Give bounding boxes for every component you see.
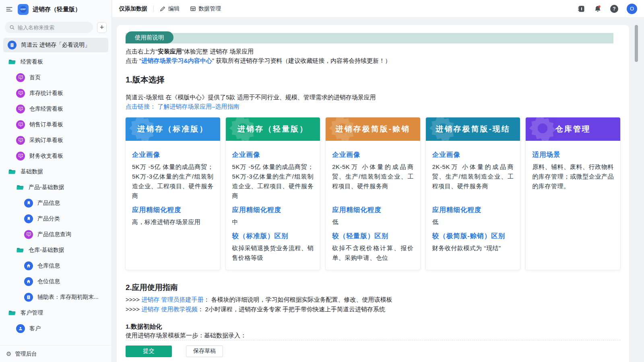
pencil-icon (160, 6, 166, 12)
gear-watermark-icon (126, 117, 159, 141)
gear-watermark-icon (427, 117, 459, 141)
edit-label: 编辑 (168, 5, 180, 12)
hamburger-menu-icon[interactable] (5, 5, 14, 14)
sidebar-item[interactable]: 客户 (0, 321, 111, 336)
gear-watermark-icon (326, 117, 359, 141)
main-area: 使用前说明 点击右上方“安装应用”体验完整 进销存 场景应用 点击 “进销存场景… (112, 18, 644, 362)
admin-backend-button[interactable]: ⚙ 管理后台 (0, 345, 111, 362)
sidebar-item[interactable]: 产品信息查询 (0, 226, 111, 242)
dashboard-icon (16, 136, 25, 145)
card-standard: 进销存（标准版） 企业画像 5K万 -5亿 体量的成品商贸；5K万-3亿体量的生… (126, 117, 220, 270)
sidebar-folder[interactable]: 基础数据 (0, 164, 111, 179)
sidebar-item-label: 库存统计看板 (29, 90, 63, 97)
submit-button[interactable]: 提交 (126, 346, 172, 357)
divider (153, 6, 154, 12)
sidebar-item[interactable]: 仓位信息 (0, 274, 111, 289)
sidebar-folder[interactable]: 产品-基础数据 (0, 179, 111, 195)
sidebar-folder[interactable]: 仓库-基础数据 (0, 242, 111, 258)
save-draft-button[interactable]: 保存草稿 (186, 346, 223, 357)
sidebar-item[interactable]: 采购订单看板 (0, 132, 111, 148)
version-cards: 进销存（标准版） 企业画像 5K万 -5亿 体量的成品商贸；5K万-3亿体量的生… (126, 117, 620, 270)
card-header: 进销存（轻量版） (226, 117, 320, 141)
search-input[interactable] (18, 25, 89, 31)
tutorial-video-link[interactable]: 进销存 使用教学视频 (141, 306, 197, 313)
section1-desc: 简道云-场景组 在《模版中心》提供了5款 适用于不同行业、规模、管理需求的进销存… (126, 93, 620, 102)
card-section-text: 2K-5K万 小体量的成品商贸、生产/组装制造企业、工程项目、硬件服务商 (332, 162, 414, 191)
sidebar-item[interactable]: 辅助表：库存期初期末... (0, 289, 111, 305)
notice-banner: 使用前说明 (126, 31, 620, 43)
add-button[interactable]: + (97, 22, 107, 33)
table-icon (190, 6, 196, 12)
data-manage-button[interactable]: 数据管理 (190, 5, 221, 12)
card-section-text: 5K万 -5亿 体量的成品商贸；5K万-3亿体量的生产/组装制造企业、工程项目、… (132, 162, 214, 201)
sidebar-item[interactable]: 产品信息 (0, 195, 111, 211)
card-section-text: 砍掉不含税价格计算、报价单、采购申请、仓位 (332, 243, 414, 263)
card-header: 进销存极简版-赊销 (326, 117, 420, 141)
sidebar-item[interactable]: 财务收支看板 (0, 148, 111, 164)
form-footer: 提交 保存草稿 (126, 340, 620, 362)
search-box[interactable] (5, 22, 93, 33)
admin-backend-label: 管理后台 (15, 350, 37, 358)
help-icon[interactable]: ? (610, 5, 618, 13)
notification-bell-icon[interactable] (594, 5, 602, 13)
bookmark-icon (24, 214, 33, 223)
selection-guide-link[interactable]: 点击链接： 了解进销存场景应用–选用指南 (126, 103, 239, 110)
section1-title: 1.版本选择 (126, 74, 620, 85)
learning-center-link[interactable]: 进销存场景学习&内容中心 (141, 57, 212, 64)
app-logo-icon: ERP (18, 4, 29, 15)
sidebar-item[interactable]: 产品分类 (0, 211, 111, 226)
sidebar-item[interactable]: 仓库信息 (0, 258, 111, 274)
sidebar-folder[interactable]: 客户管理 (0, 305, 111, 321)
card-section-heading: 企业画像 (332, 150, 414, 159)
init-line-1: 使用进销存场景模板第一步：基础数据录入： (126, 331, 620, 340)
card-section-heading: 应用精细化程度 (332, 206, 414, 214)
section2-title: 2.应用使用指南 (126, 282, 620, 293)
sidebar-header: ERP 进销存（轻量版） (0, 0, 111, 19)
card-minimal-credit: 进销存极简版-赊销 企业画像 2K-5K万 小体量的成品商贸、生产/组装制造企业… (326, 117, 420, 270)
sidebar-item-label: 产品-基础数据 (29, 184, 64, 191)
gear-watermark-icon (227, 117, 259, 141)
sidebar-item[interactable]: 仓库经营看板 (0, 101, 111, 117)
address-book-icon[interactable] (577, 5, 585, 13)
sidebar-item[interactable]: 销售订单看板 (0, 117, 111, 132)
folder-icon (16, 246, 24, 254)
card-section-heading: 企业画像 (432, 150, 514, 159)
sidebar-item[interactable]: 库存统计看板 (0, 85, 111, 101)
card-section-text: 低 (332, 217, 414, 227)
home-icon (24, 277, 33, 286)
card-section-heading: 应用精细化程度 (232, 206, 314, 214)
sidebar: ERP 进销存（轻量版） + 简道云 进销存「必看说明」 经营看板 首页 库存统… (0, 0, 112, 362)
bookmark-icon (24, 199, 33, 208)
app-logo-text: ERP (20, 6, 27, 13)
document-icon (8, 41, 17, 49)
banner-badge: 使用前说明 (126, 31, 173, 43)
dashboard-icon (16, 120, 25, 129)
user-avatar[interactable]: O (627, 4, 637, 14)
sidebar-item-label: 客户管理 (21, 309, 43, 317)
gear-watermark-icon (526, 117, 559, 141)
card-section-text: 原料、辅料、废料、行政物料的库存管理；或微型企业产品的库存管理。 (532, 162, 614, 191)
card-section-text: 砍掉采销退换货业务流程、销售价格等级 (232, 243, 314, 263)
card-minimal-cash: 进销存极简版-现结 企业画像 2K-5K万 小体量的成品商贸、生产/组装制造企业… (426, 117, 520, 270)
search-icon (9, 25, 15, 30)
card-section-text: 高，标准进销存场景应用 (132, 217, 214, 227)
sidebar-item-label: 经营看板 (21, 58, 43, 66)
dashboard-icon (16, 152, 25, 160)
data-manage-label: 数据管理 (198, 5, 221, 12)
sidebar-item-selected[interactable]: 简道云 进销存「必看说明」 (3, 38, 108, 52)
edit-button[interactable]: 编辑 (160, 5, 180, 12)
admin-manual-link[interactable]: 进销存 管理员搭建手册 (141, 296, 203, 303)
sidebar-item-label: 产品信息 (37, 200, 60, 207)
sidebar-item-label: 仓库经营看板 (29, 105, 63, 113)
banner-strip (126, 33, 613, 43)
card-section-heading: 较（轻量版）区别 (332, 232, 414, 241)
scrollbar-thumb[interactable] (635, 25, 638, 62)
sidebar-folder[interactable]: 经营看板 (0, 54, 111, 70)
folder-icon (8, 168, 16, 176)
sidebar-item-label: 简道云 进销存「必看说明」 (21, 41, 90, 49)
sidebar-item-label: 产品信息查询 (37, 231, 71, 238)
folder-icon (16, 183, 24, 191)
sidebar-item[interactable]: 首页 (0, 70, 111, 85)
card-warehouse: 仓库管理 适用场景 原料、辅料、废料、行政物料的库存管理；或微型企业产品的库存管… (526, 117, 620, 270)
dashboard-icon (16, 89, 25, 98)
